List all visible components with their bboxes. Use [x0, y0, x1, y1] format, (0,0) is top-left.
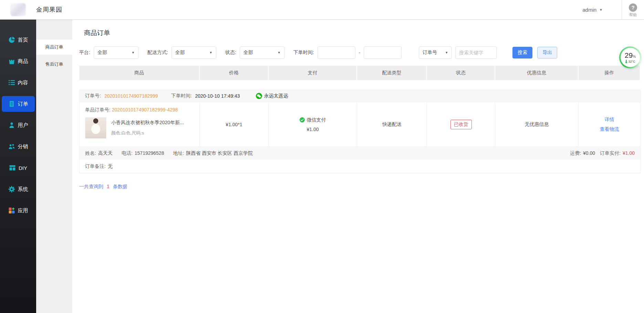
order-product-row: 单品订单号: 20201010174907182999-4298 小香风连衣裙初… — [79, 102, 641, 147]
address-label: 地址: — [173, 150, 184, 156]
delivery-type: 快递配送 — [382, 121, 402, 128]
check-circle-icon — [300, 117, 305, 122]
buyer-nickname: 永远太遥远 — [264, 93, 288, 99]
promo-info: 无优惠信息 — [525, 121, 549, 128]
date-range-separator: - — [359, 50, 361, 55]
subnav-item-product-orders[interactable]: 商品订单 — [36, 40, 72, 55]
sidebar-item-system[interactable]: 系统 — [0, 179, 36, 200]
header-status: 状态 — [426, 66, 495, 80]
summary-suffix: 条数据 — [113, 184, 127, 190]
keyword-search-input[interactable] — [455, 46, 497, 59]
main-content: 商品订单 平台: 全部 ▼ 配送方式: 全部 ▼ 状态: 全部 ▼ 下单时间: — [72, 20, 644, 313]
chevron-down-icon: ▼ — [132, 51, 135, 54]
subnav-item-aftersales-orders[interactable]: 售后订单 — [36, 57, 72, 72]
cell-payment: 微信支付 ¥1.00 — [268, 102, 357, 147]
customer-phone: 15719296528 — [135, 150, 164, 156]
monitor-percent-unit: % — [633, 55, 636, 58]
sidebar-item-users[interactable]: 用户 — [0, 115, 36, 136]
page-title: 商品订单 — [84, 29, 644, 37]
app-root: 金周果园 admin ▼ ? 帮助 首页 — [0, 0, 644, 313]
order-customer-row: 姓名:高天天 电话:15719296528 地址:陕西省 西安市 长安区 西京学… — [79, 147, 641, 160]
pie-chart-icon — [8, 36, 15, 43]
wechat-icon — [256, 93, 262, 99]
brand-logo — [10, 3, 26, 16]
monitor-temperature: 32°C — [628, 60, 635, 63]
layout-icon — [9, 164, 16, 171]
monitor-percent-value: 29 — [625, 52, 633, 59]
product-title: 小香风连衣裙初秋冬季2020年新... — [111, 120, 184, 126]
order-time-label: 下单时间: — [171, 93, 192, 99]
product-texts: 小香风连衣裙初秋冬季2020年新... 颜色:白色,尺码:s — [111, 117, 184, 139]
layout: 首页 商品 内容 — [0, 20, 644, 313]
paid-label: 订单实付: — [600, 150, 621, 156]
cell-actions: 详情 查看物流 — [578, 102, 640, 147]
chevron-down-icon: ▼ — [209, 51, 212, 54]
filter-bar: 平台: 全部 ▼ 配送方式: 全部 ▼ 状态: 全部 ▼ 下单时间: - — [79, 46, 644, 59]
sidebar-item-apps[interactable]: 应用 — [0, 200, 36, 221]
brand-wrap: 金周果园 — [0, 3, 62, 16]
order-group: 订单号: 20201010174907182999 下单时间: 2020-10-… — [79, 89, 641, 173]
delivery-select[interactable]: 全部 ▼ — [172, 46, 216, 59]
header-promo: 优惠信息 — [495, 66, 578, 80]
header-price: 价格 — [199, 66, 268, 80]
orders-table: 商品 价格 支付 配送类型 状态 优惠信息 操作 订单号: 2020101017… — [79, 66, 641, 173]
sidebar-item-diy[interactable]: DIY — [0, 157, 36, 179]
end-date-input[interactable] — [364, 46, 402, 59]
cell-status: 已收货 — [427, 102, 495, 147]
system-monitor-widget[interactable]: 29% 32°C — [619, 46, 641, 68]
subnav: 商品订单 售后订单 — [36, 20, 72, 313]
status-label: 状态: — [225, 50, 236, 56]
payment-amount: ¥1.00 — [307, 127, 319, 132]
status-select[interactable]: 全部 ▼ — [240, 46, 284, 59]
item-order-no: 20201010174907182999-4298 — [112, 107, 178, 112]
keyword-type-select[interactable]: 订单号 ▼ — [419, 46, 452, 59]
order-amounts: 运费:¥0.00 订单实付:¥1.00 — [570, 150, 635, 156]
user-icon — [8, 122, 15, 129]
name-label: 姓名: — [85, 150, 96, 156]
order-time: 2020-10-10 17:49:43 — [195, 93, 240, 99]
cell-delivery-type: 快递配送 — [357, 102, 427, 147]
order-no-label: 订单号: — [85, 93, 101, 99]
detail-link[interactable]: 详情 — [605, 117, 614, 123]
search-button[interactable]: 搜索 — [512, 47, 532, 58]
remark-value: 无 — [108, 163, 113, 170]
price-value: ¥1.00*1 — [226, 122, 242, 127]
platform-select[interactable]: 全部 ▼ — [94, 46, 138, 59]
summary-prefix: 一共查询到 — [79, 184, 103, 190]
platform-label: 平台: — [79, 50, 90, 56]
help-button[interactable]: ? 帮助 — [622, 2, 644, 18]
user-menu[interactable]: admin ▼ — [582, 7, 603, 13]
sidebar-item-products[interactable]: 商品 — [0, 51, 36, 72]
customer-info: 姓名:高天天 电话:15719296528 地址:陕西省 西安市 长安区 西京学… — [85, 150, 253, 156]
app-grid-icon — [8, 207, 15, 214]
phone-label: 电话: — [122, 150, 133, 156]
sidebar: 首页 商品 内容 — [0, 20, 36, 313]
payment-method: 微信支付 — [307, 117, 326, 123]
payment-method-line: 微信支付 — [300, 117, 326, 123]
sidebar-item-orders[interactable]: 订单 — [0, 93, 36, 115]
document-icon — [8, 100, 15, 107]
start-date-input[interactable] — [318, 46, 355, 59]
sidebar-item-home[interactable]: 首页 — [0, 29, 36, 51]
order-time-label: 下单时间: — [293, 50, 314, 56]
result-count: 1 — [107, 184, 110, 190]
sidebar-item-distribution[interactable]: 分销 — [0, 136, 36, 157]
sidebar-item-content[interactable]: 内容 — [0, 72, 36, 93]
shopping-bag-icon — [8, 58, 15, 65]
status-select-value: 全部 — [243, 50, 253, 56]
product-spec: 颜色:白色,尺码:s — [111, 130, 184, 136]
header-delivery-type: 配送类型 — [356, 66, 426, 80]
thermometer-icon — [625, 60, 627, 63]
list-icon — [8, 79, 15, 86]
export-button[interactable]: 导出 — [537, 47, 557, 58]
product-info: 小香风连衣裙初秋冬季2020年新... 颜色:白色,尺码:s — [85, 117, 184, 139]
cell-promo: 无优惠信息 — [495, 102, 578, 147]
product-thumbnail — [85, 117, 106, 139]
logistics-link[interactable]: 查看物流 — [600, 126, 619, 132]
monitor-inner: 29% 32°C — [621, 48, 640, 67]
header-payment: 支付 — [268, 66, 356, 80]
order-no: 20201010174907182999 — [104, 93, 158, 99]
users-icon — [8, 143, 15, 150]
customer-address: 陕西省 西安市 长安区 西京学院 — [186, 150, 253, 156]
freight-label: 运费: — [570, 150, 581, 156]
